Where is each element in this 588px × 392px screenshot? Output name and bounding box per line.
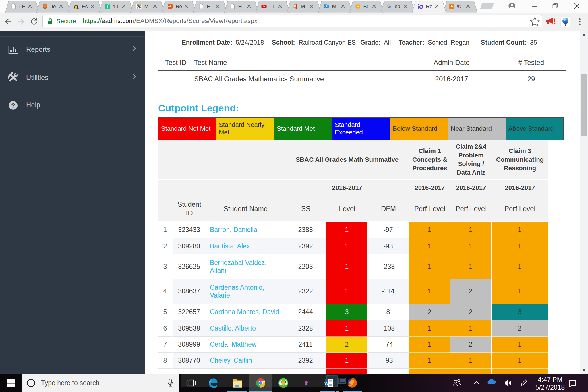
svg-text:4:47 PM: 4:47 PM [538, 376, 562, 383]
svg-text:Re: Re [426, 4, 433, 9]
svg-text:M: M [301, 4, 305, 9]
svg-text:Bi: Bi [363, 4, 368, 9]
svg-text:H: H [207, 4, 211, 9]
svg-text:Je: Je [51, 4, 56, 9]
svg-text:edu: edu [168, 5, 172, 8]
svg-text:Ec: Ec [82, 4, 88, 9]
svg-text:H: H [238, 4, 242, 9]
svg-text:M: M [332, 4, 336, 9]
svg-text:'Fl: 'Fl [113, 4, 118, 9]
svg-text:Re: Re [176, 4, 182, 9]
svg-text:Fl: Fl [270, 4, 274, 9]
svg-text:Type here to search: Type here to search [41, 379, 99, 387]
svg-text:LE: LE [19, 4, 26, 9]
svg-text:5/27/2018: 5/27/2018 [535, 384, 565, 391]
svg-text:W: W [324, 381, 329, 386]
svg-text:M: M [144, 4, 149, 9]
svg-text:?: ? [11, 102, 15, 109]
svg-text:ba: ba [395, 4, 401, 9]
